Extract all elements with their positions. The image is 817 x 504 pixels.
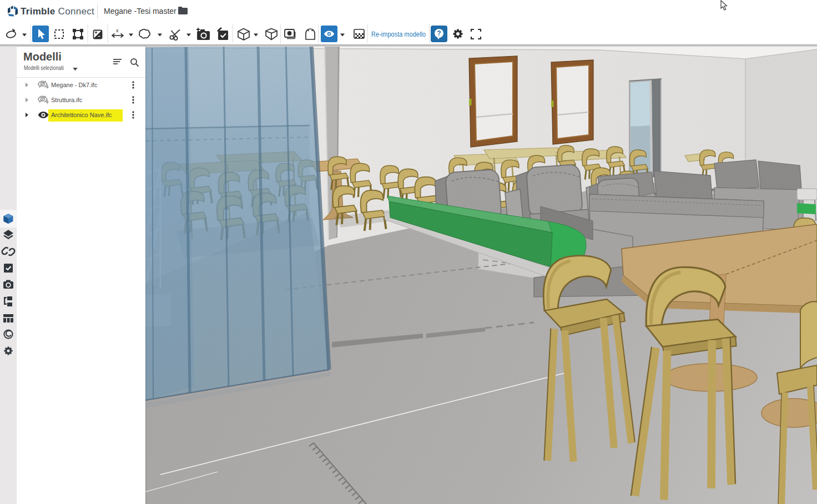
svg-text:x: x (116, 28, 119, 33)
svg-text:?: ? (437, 29, 441, 37)
